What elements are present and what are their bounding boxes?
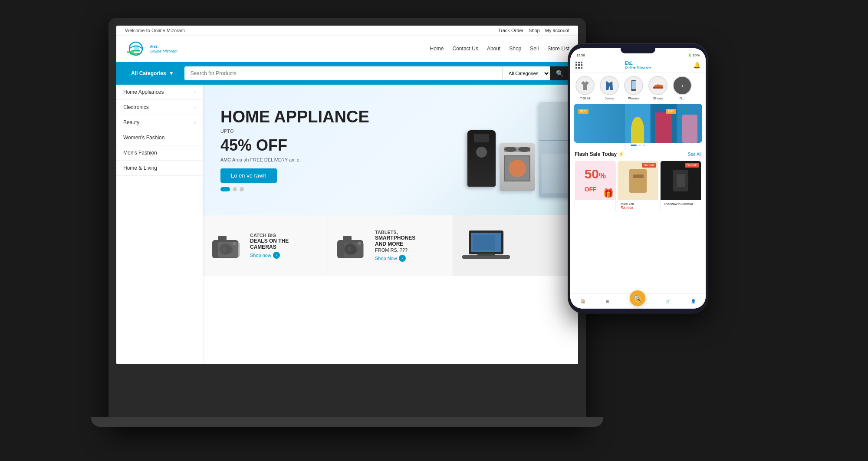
phone-icon [628, 79, 640, 92]
shop-link[interactable]: Shop [529, 28, 540, 33]
phone-app-header: ExL Online Mizoram 🔔 [570, 59, 706, 72]
jeans-circle [600, 76, 619, 95]
tablet-icon [335, 230, 370, 261]
flash-product-1[interactable]: 50%OFF 🎁 [575, 161, 616, 212]
search-button[interactable]: 🔍 [550, 66, 569, 80]
chevron-right-icon: › [194, 90, 196, 95]
flash-product-3-image: On Sale [661, 161, 701, 200]
svg-point-17 [350, 246, 358, 254]
phone-body: 12:58 🔋 90% [569, 44, 707, 313]
phone-cat-shoes[interactable]: Shoes [648, 76, 668, 100]
svg-rect-6 [218, 236, 227, 241]
phones-circle [624, 76, 643, 95]
svg-point-9 [224, 245, 233, 254]
my-account-link[interactable]: My account [545, 28, 569, 33]
header: ExL Online Mizoram Home Contact Us About… [116, 36, 578, 62]
phone-nav-cart[interactable]: 🛒 [666, 299, 671, 303]
nav-home[interactable]: Home [430, 46, 444, 52]
website: Welcome to Online Mizoram Track Order Sh… [116, 26, 578, 364]
promo-cards: CATCH BIG DEALS ON THE CAMERAS Shop now … [203, 215, 578, 276]
phone-logo: ExL Online Mizoram [625, 61, 651, 69]
phone-nav-account[interactable]: 👤 [691, 299, 696, 303]
notification-bell-icon[interactable]: 🔔 [693, 62, 700, 69]
sidebar-item-womens-fashion[interactable]: Women's Fashion [116, 130, 203, 145]
sidebar-item-home-living[interactable]: Home & Living [116, 161, 203, 176]
svg-rect-1 [134, 45, 139, 51]
flash-product-1-image: 50%OFF 🎁 [575, 161, 615, 200]
stove-image [500, 143, 535, 191]
promo-text-cameras: CATCH BIG DEALS ON THE CAMERAS Shop now … [250, 233, 289, 259]
phone-cat-jeans[interactable]: Jeans [599, 76, 620, 100]
hero-cta-label: Lo en ve rawh [231, 172, 266, 179]
flash-product-3-info: Thenzaw Kutchhua [661, 200, 701, 207]
phone-dot [643, 145, 645, 146]
product-3-shape [673, 170, 688, 191]
shop-now-cameras[interactable]: Shop now › [250, 252, 289, 259]
sidebar-label: Men's Fashion [123, 150, 157, 156]
banner-buy-btn-2[interactable]: BUY [666, 106, 676, 114]
dot-1[interactable] [220, 187, 230, 191]
shop-now-tablets[interactable]: Shop Now › [375, 255, 415, 262]
hero-upto: UPTO [220, 128, 369, 134]
all-categories-label: All Categories [131, 70, 166, 76]
phone-cat-phones[interactable]: Phones [623, 76, 644, 100]
promo-card-cameras[interactable]: CATCH BIG DEALS ON THE CAMERAS Shop now … [203, 215, 328, 276]
nav-sell[interactable]: Sell [530, 46, 539, 52]
product-2-shape [629, 169, 647, 193]
shoes-label: Shoes [653, 96, 663, 100]
logo-sub: Online Mizoram [150, 49, 178, 53]
hero-title: HOME APPLIANCE [220, 108, 369, 126]
nav-shop[interactable]: Shop [509, 46, 521, 52]
menu-grid-icon[interactable] [575, 62, 582, 69]
hero-cta-button[interactable]: Lo en ve rawh [220, 168, 277, 183]
shoes-icon [652, 79, 664, 92]
phone-banner-products [625, 104, 702, 143]
sidebar-item-beauty[interactable]: Beauty › [116, 115, 203, 130]
nav-store-list[interactable]: Store List [547, 46, 569, 52]
grid-dot [578, 67, 580, 69]
dot-3[interactable] [240, 187, 244, 191]
nav-contact[interactable]: Contact Us [453, 46, 478, 52]
promo-card-laptops[interactable] [453, 215, 578, 276]
flash-product-2-info: Mizo Em ₹3,550 [618, 200, 658, 212]
see-all-link[interactable]: See All [688, 152, 701, 157]
svg-rect-26 [653, 87, 663, 89]
phone-cat-more[interactable]: › D... [672, 76, 693, 100]
sidebar-item-home-appliances[interactable]: Home Appliances › [116, 85, 203, 100]
dot-2[interactable] [233, 187, 237, 191]
track-order-link[interactable]: Track Order [498, 28, 523, 33]
sidebar-item-mens-fashion[interactable]: Men's Fashion [116, 145, 203, 161]
banner-buy-btn-1[interactable]: BUY [578, 106, 589, 114]
phone-dot-active [631, 145, 637, 146]
top-bar: Welcome to Online Mizoram Track Order Sh… [116, 26, 578, 36]
sidebar-item-electronics[interactable]: Electronics › [116, 100, 203, 115]
tablet-product-image [335, 228, 370, 263]
shop-now-arrow-icon: › [273, 252, 280, 259]
all-categories-button[interactable]: All Categories ▼ [125, 67, 180, 80]
hero-text: HOME APPLIANCE UPTO 45% OFF AMC Area ah … [220, 108, 369, 192]
tshirt-circle [575, 76, 595, 95]
promo-line1: CATCH BIG [250, 233, 289, 238]
grid-dot [575, 64, 577, 66]
flash-product-3[interactable]: On Sale Thenzaw Kutchhua [660, 161, 701, 212]
phone-nav-home[interactable]: 🏠 [581, 299, 585, 303]
promo-card-tablets[interactable]: TABLETS, SMARTPHONES AND MORE FROM RS. ?… [328, 215, 453, 276]
nav-about[interactable]: About [487, 46, 500, 52]
phone-cat-tshirt[interactable]: T-Shirt [575, 76, 595, 100]
jeans-label: Jeans [605, 96, 614, 100]
phone-categories: T-Shirt Jeans [570, 72, 706, 104]
laptop-container: Welcome to Online Mizoram Track Order Sh… [108, 18, 760, 443]
category-select[interactable]: All Categories [502, 66, 550, 80]
shop-now-arrow-icon-2: › [399, 255, 406, 262]
logo: ExL Online Mizoram [125, 40, 178, 57]
promo-text-tablets: TABLETS, SMARTPHONES AND MORE FROM RS. ?… [375, 230, 415, 262]
flash-product-2[interactable]: On Sale Mizo Em ₹3,550 [618, 161, 659, 212]
logo-main: ExL [150, 44, 178, 49]
search-input[interactable] [184, 66, 502, 80]
phone-nav-grid[interactable]: ⊞ [606, 299, 609, 303]
hero-desc: AMC Area ah FREE DELIVERY ani e. [220, 157, 369, 162]
search-icon: 🔍 [556, 70, 563, 77]
banner-item-3 [677, 104, 702, 143]
logo-text-block: ExL Online Mizoram [150, 44, 178, 53]
svg-rect-22 [473, 235, 495, 250]
